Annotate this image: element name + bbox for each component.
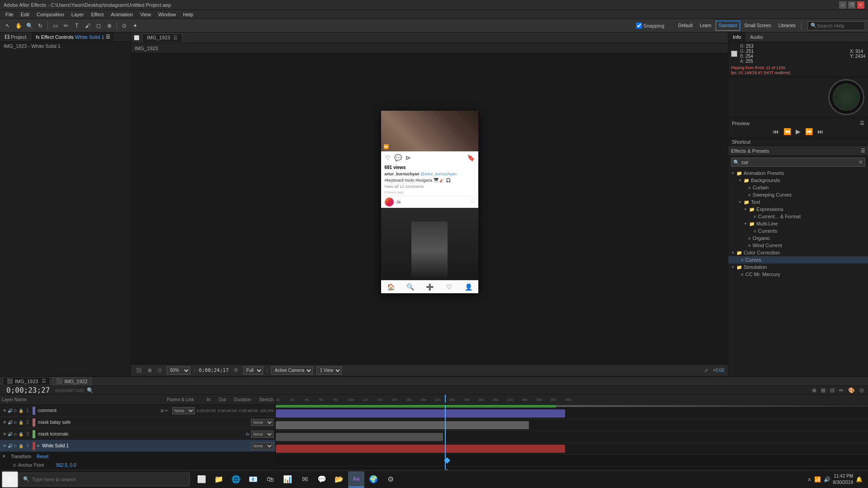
prev-last-btn[interactable]: ⏭ — [816, 128, 825, 135]
menu-animation[interactable]: Animation — [107, 12, 137, 17]
effects-search-bar[interactable]: 🔍 ✕ — [731, 158, 865, 167]
tl-ctrl-btn-5[interactable]: 🎨 — [847, 387, 856, 394]
menu-help[interactable]: Help — [179, 12, 197, 17]
transform-header-4[interactable]: ▼ Transform Reset — [0, 452, 275, 461]
tool-shape[interactable]: ✦ — [130, 21, 140, 31]
menu-window[interactable]: Window — [155, 12, 179, 17]
ig-nav-search[interactable]: 🔍 — [401, 283, 420, 291]
visibility-toggle-1[interactable]: 👁 — [2, 408, 7, 413]
track-bar-2[interactable] — [276, 421, 529, 429]
taskbar-excel[interactable]: 📊 — [279, 471, 296, 488]
camera-select[interactable]: Active Camera — [271, 366, 313, 375]
close-button[interactable]: ✕ — [857, 1, 864, 9]
prev-back-btn[interactable]: ⏪ — [782, 128, 793, 135]
tree-item-cc-mr-mercury[interactable]: ≡ CC Mr. Mercury — [728, 271, 868, 278]
audio-toggle-3[interactable]: 🔊 — [7, 432, 13, 437]
snapping-checkbox[interactable] — [636, 23, 642, 28]
tree-header-simulation[interactable]: ▼ 📁 Simulation — [728, 263, 868, 271]
parent-select-2[interactable]: None — [251, 419, 274, 426]
tray-expand[interactable]: ∧ — [807, 476, 811, 483]
ig-handle[interactable]: @artur_burnuchyan — [420, 172, 457, 176]
prev-play-btn[interactable]: ▶ — [794, 128, 802, 135]
audio-toggle-1[interactable]: 🔊 — [7, 408, 13, 413]
parent-select-4[interactable]: None — [251, 442, 274, 450]
tree-item-currents[interactable]: ≡ Currents — [739, 227, 868, 235]
tree-item-current-format[interactable]: ≡ Current... & Format — [739, 213, 868, 220]
lock-toggle-1[interactable]: 🔒 — [18, 408, 24, 413]
track-bar-3[interactable] — [276, 433, 443, 441]
menu-layer[interactable]: Layer — [68, 12, 88, 17]
taskbar-browser2[interactable]: 🌍 — [365, 471, 382, 488]
track-bar-4[interactable] — [276, 445, 565, 453]
tl-ctrl-btn-3[interactable]: ⊟ — [829, 387, 836, 394]
tab-info[interactable]: Info — [728, 33, 745, 42]
solo-toggle-2[interactable]: ⊙ — [13, 420, 18, 425]
effects-search-clear[interactable]: ✕ — [859, 159, 863, 165]
menu-view[interactable]: View — [137, 12, 155, 17]
tree-item-organic[interactable]: ≡ Organic — [734, 235, 868, 242]
tool-zoom[interactable]: 🔍 — [24, 21, 34, 31]
taskbar-telegram[interactable]: ✉ — [297, 471, 313, 488]
prev-first-btn[interactable]: ⏮ — [771, 128, 780, 135]
tool-clone[interactable]: ⊕ — [104, 21, 114, 31]
lock-toggle-2[interactable]: 🔒 — [18, 420, 24, 425]
quality-select[interactable]: FullHalf — [243, 366, 263, 375]
timeline-search-btn[interactable]: 🔍 — [85, 387, 95, 394]
taskbar-search-bar[interactable]: 🔍 — [18, 473, 190, 486]
ig-nav-heart[interactable]: ♡ — [439, 283, 459, 291]
comp-tab-close[interactable]: ☰ — [173, 35, 178, 40]
tree-header-text[interactable]: ▼ 📁 Text — [734, 198, 868, 206]
audio-toggle-2[interactable]: 🔊 — [7, 420, 13, 425]
tool-select[interactable]: ↖ — [3, 21, 13, 31]
solo-toggle-4[interactable]: ⊙ — [13, 443, 18, 449]
ig-view-comments[interactable]: View all 12 comments — [381, 183, 478, 190]
taskbar-explorer[interactable]: 📁 — [211, 471, 227, 488]
tl-ctrl-btn-4[interactable]: ✏ — [838, 387, 845, 394]
taskbar-files[interactable]: 📂 — [331, 471, 347, 488]
audio-toggle-4[interactable]: 🔊 — [7, 443, 13, 449]
minimize-button[interactable]: ─ — [839, 1, 846, 9]
tool-paint[interactable]: 🖌 — [83, 21, 93, 31]
timeline-tab-img1923[interactable]: ⬛ IMG_1923 ☰ — [3, 377, 50, 385]
ig-share-icon[interactable]: ⊳ — [406, 154, 411, 161]
ig-username[interactable]: artur_burnuchyan — [385, 172, 420, 176]
lock-toggle-3[interactable]: 🔒 — [18, 432, 24, 437]
stopwatch-anchor[interactable]: ⊙ — [13, 463, 16, 468]
ig-comment-icon[interactable]: 💬 — [394, 154, 402, 161]
tl-ctrl-btn-2[interactable]: ⊞ — [820, 387, 827, 394]
ruler-playhead[interactable] — [445, 395, 446, 403]
workspace-learn[interactable]: Learn — [697, 21, 715, 31]
ig-heart-icon[interactable]: ♡ — [385, 154, 391, 161]
visibility-toggle-2[interactable]: 👁 — [2, 420, 7, 425]
start-button[interactable]: ⊞ — [2, 471, 18, 488]
menu-file[interactable]: File — [2, 12, 17, 17]
tree-header-expressions[interactable]: ▼ 📁 Expressions — [739, 206, 868, 213]
tab-project[interactable]: 🎞 Project — [0, 33, 31, 41]
tl-ctrl-btn-6[interactable]: ⊙ — [858, 387, 865, 394]
solo-toggle-3[interactable]: ⊙ — [13, 432, 18, 437]
tree-header-animation-presets[interactable]: ▼ 📁 Animation Presets — [728, 169, 868, 177]
viewer-fullscreen-btn[interactable]: ⤢ — [703, 368, 709, 373]
tool-pin[interactable]: ⊙ — [119, 21, 129, 31]
expand-arrow-4[interactable]: ▼ — [36, 444, 40, 448]
taskbar-store[interactable]: 🛍 — [262, 471, 278, 488]
tray-clock[interactable]: 11:42 PM 8/30/2019 — [833, 473, 854, 486]
tree-header-backgrounds[interactable]: ▼ 📁 Backgrounds — [734, 177, 868, 184]
taskbar-whatsapp[interactable]: 💬 — [314, 471, 330, 488]
taskbar-edge[interactable]: 🌐 — [228, 471, 244, 488]
parent-select-3[interactable]: None — [251, 431, 274, 438]
taskbar-settings[interactable]: ⚙ — [382, 471, 399, 488]
tree-item-curves[interactable]: ≡ Curves — [728, 256, 868, 263]
ig-nav-home[interactable]: 🏠 — [381, 283, 401, 291]
taskbar-mail[interactable]: 📧 — [245, 471, 261, 488]
workspace-standard[interactable]: Standard — [716, 21, 741, 31]
restore-button[interactable]: ❐ — [848, 1, 855, 9]
effects-menu-icon[interactable]: ☰ — [861, 148, 865, 154]
timeline-timecode[interactable]: 0;00;23;27 — [3, 386, 53, 394]
solo-toggle-1[interactable]: ⊙ — [13, 408, 18, 413]
tab-audio[interactable]: Audio — [745, 33, 767, 42]
help-search-bar[interactable]: 🔍 — [807, 21, 865, 30]
viewer-region-btn[interactable]: ⬛ — [135, 368, 143, 373]
tab-effect-controls[interactable]: fx Effect Controls White Solid 1 ☰ — [31, 33, 115, 41]
parent-select-1[interactable]: None — [172, 407, 195, 414]
